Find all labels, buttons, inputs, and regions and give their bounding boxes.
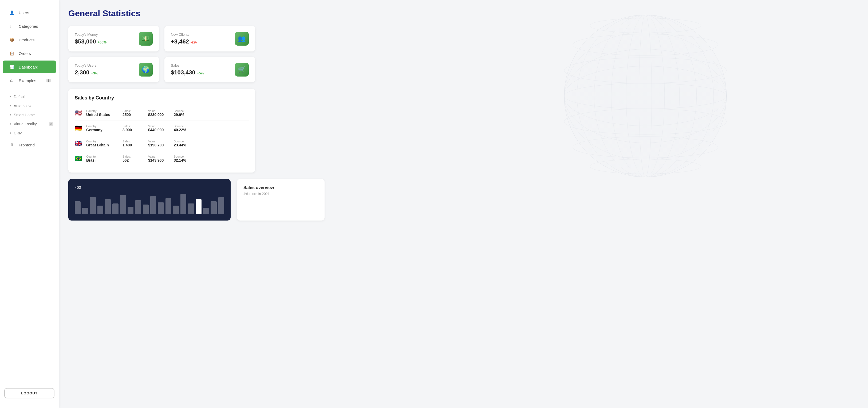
svg-point-7 — [573, 34, 718, 56]
categories-icon: 🏷 — [8, 23, 16, 30]
stat-label-todays-money: Today's Money — [75, 33, 106, 37]
subitem-label-virtual-reality: Virtual Reality — [14, 122, 37, 126]
stat-value-sales: $103,430+5% — [171, 69, 204, 76]
bottom-row: 400 Sales overview 4% more in 2021 — [68, 179, 324, 220]
chart-bar-6 — [120, 195, 126, 214]
svg-point-12 — [626, 15, 664, 177]
sidebar: 👤 Users 🏷 Categories 📦 Products 📋 Orders… — [0, 0, 59, 408]
sidebar-badge-examples: 8 — [46, 79, 51, 82]
svg-point-10 — [590, 159, 701, 174]
sidebar-item-dashboard[interactable]: 📊 Dashboard — [3, 61, 56, 73]
subitem-label-smart-home: Smart Home — [14, 113, 35, 117]
chart-bar-0 — [75, 201, 81, 214]
sidebar-label-examples: Examples — [19, 78, 36, 83]
subitem-label-crm: CRM — [14, 131, 23, 135]
country-row-1: 🇩🇪 Country: Germany Sales: 3.900 Value: … — [75, 121, 249, 136]
chart-bars — [75, 193, 224, 214]
stat-label-todays-users: Today's Users — [75, 64, 98, 67]
chart-bar-15 — [188, 203, 194, 214]
stat-card-todays-money: Today's Money $53,000+55% 💵 — [68, 26, 159, 52]
svg-point-0 — [564, 15, 726, 177]
country-sales-3: Sales: 562 — [123, 155, 144, 162]
stats-grid: Today's Money $53,000+55% 💵 New Clients … — [68, 26, 255, 82]
country-row-0: 🇺🇸 Country: United States Sales: 2500 Va… — [75, 106, 249, 121]
stat-value-todays-users: 2,300+3% — [75, 69, 98, 76]
sidebar-item-products[interactable]: 📦 Products — [3, 33, 56, 46]
country-sales-0: Sales: 2500 — [123, 109, 144, 117]
country-name-0: United States — [86, 112, 118, 117]
chart-bar-7 — [128, 207, 133, 214]
svg-point-2 — [564, 66, 726, 126]
stat-label-sales: Sales — [171, 64, 204, 67]
country-sublabel-1: Country: — [86, 125, 118, 128]
sidebar-subitem-smart-home[interactable]: Smart Home — [0, 110, 59, 120]
sidebar-item-frontend[interactable]: 🖥 Frontend — [3, 138, 56, 151]
country-info-2: Country: Great Britain — [86, 140, 118, 147]
country-sales-2: Sales: 1.400 — [123, 140, 144, 147]
sidebar-label-dashboard: Dashboard — [19, 65, 38, 69]
sidebar-label-products: Products — [19, 38, 34, 42]
country-info-1: Country: Germany — [86, 125, 118, 132]
subitem-label-default: Default — [14, 95, 26, 99]
stat-icon-todays-money: 💵 — [139, 32, 153, 45]
sidebar-subitem-crm[interactable]: CRM — [0, 129, 59, 138]
country-row-3: 🇧🇷 Country: Brasil Sales: 562 Value: $14… — [75, 151, 249, 166]
chart-bar-18 — [211, 201, 216, 214]
country-name-2: Great Britain — [86, 143, 118, 147]
orders-icon: 📋 — [8, 49, 16, 57]
overview-card: Sales overview 4% more in 2021 — [237, 179, 324, 220]
sidebar-subitem-default[interactable]: Default — [0, 92, 59, 101]
sidebar-item-users[interactable]: 👤 Users — [3, 6, 56, 19]
svg-point-15 — [577, 15, 714, 177]
chart-card: 400 — [68, 179, 230, 220]
country-bounce-3: Bounce: 32.14% — [174, 155, 195, 162]
sales-by-country-card: Sales by Country 🇺🇸 Country: United Stat… — [68, 89, 255, 173]
stat-icon-sales: 🛒 — [235, 63, 249, 76]
chart-bar-9 — [143, 205, 149, 214]
logout-section: LOGOUT — [0, 384, 59, 403]
sidebar-item-examples[interactable]: 🗂 Examples 8 — [3, 74, 56, 87]
chart-bar-19 — [218, 197, 224, 214]
sidebar-subitem-automotive[interactable]: Automotive — [0, 101, 59, 110]
country-value-2: Value: $190,700 — [148, 140, 169, 147]
sidebar-label-frontend: Frontend — [19, 143, 35, 147]
sidebar-divider — [4, 90, 55, 90]
country-value-1: Value: $440,000 — [148, 125, 169, 132]
flag-3: 🇧🇷 — [75, 155, 82, 162]
flag-0: 🇺🇸 — [75, 110, 82, 116]
stat-value-new-clients: +3,462-2% — [171, 38, 197, 45]
country-bounce-2: Bounce: 23.44% — [174, 140, 195, 147]
stat-card-new-clients: New Clients +3,462-2% 👥 — [164, 26, 255, 52]
stat-info-new-clients: New Clients +3,462-2% — [171, 33, 197, 45]
chart-bar-12 — [165, 198, 172, 214]
sidebar-subitem-virtual-reality[interactable]: Virtual Reality 8 — [0, 120, 59, 129]
country-sublabel-3: Country: — [86, 155, 118, 158]
chart-bar-4 — [105, 199, 111, 214]
stat-change-new-clients: -2% — [191, 40, 197, 44]
stat-info-sales: Sales $103,430+5% — [171, 64, 204, 76]
chart-bar-17 — [203, 208, 209, 214]
country-bounce-1: Bounce: 40.22% — [174, 125, 195, 132]
flag-1: 🇩🇪 — [75, 125, 82, 132]
chart-label: 400 — [75, 185, 224, 190]
chart-bar-16 — [196, 199, 202, 214]
sidebar-label-users: Users — [19, 10, 29, 15]
sidebar-badge-virtual-reality: 8 — [49, 122, 53, 126]
stat-change-sales: +5% — [197, 71, 204, 75]
stat-info-todays-users: Today's Users 2,300+3% — [75, 64, 98, 76]
products-icon: 📦 — [8, 36, 16, 43]
svg-point-3 — [564, 49, 726, 143]
stat-value-todays-money: $53,000+55% — [75, 38, 106, 45]
stat-icon-new-clients: 👥 — [235, 32, 249, 45]
frontend-icon: 🖥 — [8, 141, 16, 148]
sidebar-label-orders: Orders — [19, 51, 31, 56]
subitem-label-automotive: Automotive — [14, 104, 33, 108]
svg-point-6 — [564, 109, 726, 134]
sidebar-item-orders[interactable]: 📋 Orders — [3, 47, 56, 60]
country-name-3: Brasil — [86, 158, 118, 162]
logout-button[interactable]: LOGOUT — [4, 388, 55, 398]
chart-bar-1 — [82, 208, 88, 214]
svg-point-11 — [639, 15, 652, 177]
chart-bar-2 — [90, 197, 96, 214]
sidebar-item-categories[interactable]: 🏷 Categories — [3, 20, 56, 33]
